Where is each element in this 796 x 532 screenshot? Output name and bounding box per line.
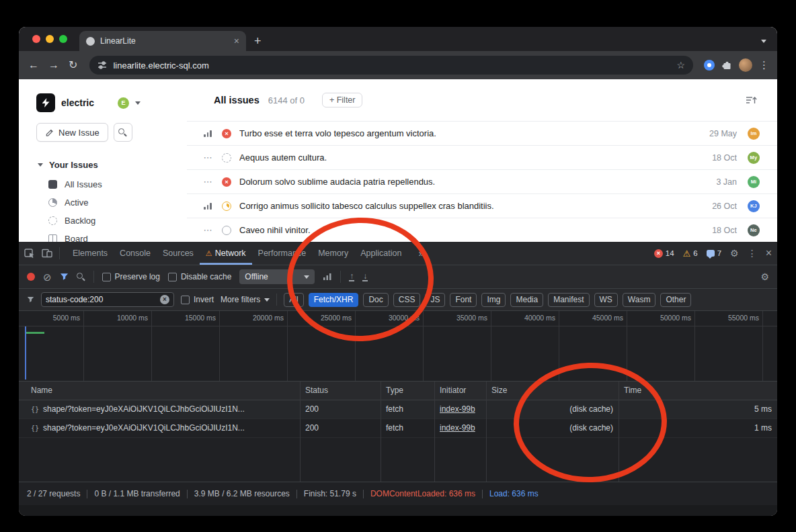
window-close-button[interactable] bbox=[32, 35, 40, 43]
assignee-avatar[interactable]: Mi bbox=[748, 176, 760, 188]
clear-filter-icon[interactable]: × bbox=[160, 295, 169, 304]
priority-icon[interactable]: ⋯ bbox=[202, 179, 214, 185]
network-request-row[interactable]: {}shape/?token=eyJ0eXAiOiJKV1QiLCJhbGciO… bbox=[19, 400, 777, 419]
network-overview-timeline[interactable]: 5000 ms10000 ms15000 ms20000 ms25000 ms3… bbox=[19, 311, 777, 382]
priority-icon[interactable]: ⋯ bbox=[202, 154, 214, 161]
window-minimize-button[interactable] bbox=[46, 35, 54, 43]
devtools-tab-elements[interactable]: Elements bbox=[67, 242, 114, 265]
initiator-link[interactable]: index-99b bbox=[440, 423, 475, 433]
more-filters-button[interactable]: More filters bbox=[221, 295, 270, 304]
extensions-puzzle-icon[interactable] bbox=[721, 60, 732, 71]
status-icon-in_progress[interactable] bbox=[222, 202, 231, 211]
sidebar-item-all-issues[interactable]: All Issues bbox=[36, 175, 180, 193]
new-issue-button[interactable]: New Issue bbox=[36, 123, 108, 142]
issue-row[interactable]: ⋯Caveo nihil vinitor.18 OctNe bbox=[187, 218, 777, 242]
issue-row[interactable]: ⋯Aequus autem cultura.18 OctMy bbox=[187, 145, 777, 169]
initiator-link[interactable]: index-99b bbox=[440, 404, 475, 414]
disable-cache-checkbox[interactable]: Disable cache bbox=[168, 272, 231, 281]
filter-pill-doc[interactable]: Doc bbox=[363, 293, 388, 307]
devtools-tab-performance[interactable]: Performance bbox=[252, 242, 313, 265]
filter-pill-ws[interactable]: WS bbox=[594, 293, 618, 307]
browser-tab-linearlite[interactable]: LinearLite × bbox=[79, 31, 246, 51]
column-header-initiator[interactable]: Initiator bbox=[434, 382, 486, 400]
issue-row[interactable]: Corrigo animus sollicito tabesco calculu… bbox=[187, 193, 777, 218]
assignee-avatar[interactable]: Im bbox=[748, 128, 760, 140]
devtools-tab-console[interactable]: Console bbox=[114, 242, 157, 265]
issue-search-button[interactable] bbox=[114, 123, 132, 142]
column-header-status[interactable]: Status bbox=[300, 382, 381, 400]
filter-pill-fetch-xhr[interactable]: Fetch/XHR bbox=[309, 293, 359, 307]
assignee-avatar[interactable]: KJ bbox=[748, 200, 760, 212]
search-network-icon[interactable] bbox=[77, 273, 85, 281]
status-icon-cancelled[interactable]: × bbox=[222, 129, 231, 138]
bookmark-star-icon[interactable]: ☆ bbox=[676, 60, 685, 71]
sidebar-item-active[interactable]: Active bbox=[36, 193, 180, 212]
network-request-row[interactable]: {}shape/?token=eyJ0eXAiOiJKV1QiLCJhbGciO… bbox=[19, 419, 777, 438]
network-conditions-icon[interactable] bbox=[323, 273, 332, 281]
filter-pill-font[interactable]: Font bbox=[450, 293, 477, 307]
column-header-time[interactable]: Time bbox=[619, 382, 777, 400]
back-button[interactable]: ← bbox=[27, 60, 40, 71]
inspect-element-icon[interactable] bbox=[24, 249, 35, 259]
column-header-size[interactable]: Size bbox=[486, 382, 619, 400]
devtools-tab-application[interactable]: Application bbox=[354, 242, 407, 265]
sidebar-item-board[interactable]: Board bbox=[36, 230, 180, 242]
priority-icon[interactable]: ⋯ bbox=[202, 227, 214, 234]
column-header-name[interactable]: Name bbox=[26, 382, 300, 400]
filter-pill-manifest[interactable]: Manifest bbox=[548, 293, 589, 307]
clear-network-log-icon[interactable]: ⊘ bbox=[43, 272, 52, 282]
devtools-tab-memory[interactable]: Memory bbox=[312, 242, 354, 265]
filter-pill-wasm[interactable]: Wasm bbox=[623, 293, 656, 307]
profile-avatar[interactable] bbox=[739, 58, 752, 72]
console-errors-badge[interactable]: ×14 bbox=[654, 249, 674, 258]
record-button[interactable] bbox=[27, 273, 35, 281]
sort-icon[interactable] bbox=[746, 96, 757, 105]
browser-menu-icon[interactable]: ⋮ bbox=[759, 59, 769, 71]
devtools-close-icon[interactable]: × bbox=[766, 248, 772, 259]
assignee-avatar[interactable]: My bbox=[748, 152, 760, 164]
address-bar[interactable]: linearlite.electric-sql.com ☆ bbox=[89, 56, 693, 75]
window-zoom-button[interactable] bbox=[59, 35, 67, 43]
filter-pill-img[interactable]: Img bbox=[481, 293, 506, 307]
forward-button[interactable]: → bbox=[47, 60, 61, 71]
filter-pill-css[interactable]: CSS bbox=[393, 293, 421, 307]
filter-pill-other[interactable]: Other bbox=[660, 293, 691, 307]
sidebar-item-backlog[interactable]: Backlog bbox=[36, 212, 180, 230]
console-warnings-badge[interactable]: ⚠6 bbox=[683, 249, 698, 258]
issue-row[interactable]: ×Turbo esse et terra volo tepesco argent… bbox=[187, 121, 777, 145]
import-har-icon[interactable]: ↑ bbox=[349, 273, 354, 281]
device-toolbar-icon[interactable] bbox=[42, 249, 52, 258]
devtools-tab-sources[interactable]: Sources bbox=[157, 242, 200, 265]
site-settings-icon[interactable] bbox=[97, 60, 107, 70]
status-icon-cancelled[interactable]: × bbox=[222, 177, 231, 187]
priority-icon[interactable] bbox=[202, 130, 214, 137]
sidebar-group-your-issues[interactable]: Your Issues bbox=[36, 158, 180, 171]
filter-input[interactable]: status-code:200 × bbox=[41, 292, 174, 307]
tab-search-button[interactable] bbox=[761, 31, 766, 51]
workspace-switcher[interactable]: electric E bbox=[36, 93, 180, 113]
issues-badge[interactable]: 7 bbox=[707, 249, 721, 257]
devtools-menu-icon[interactable]: ⋮ bbox=[748, 249, 757, 258]
preserve-log-checkbox[interactable]: Preserve log bbox=[102, 272, 160, 281]
devtools-settings-icon[interactable]: ⚙ bbox=[730, 249, 739, 258]
filter-funnel-icon[interactable] bbox=[60, 273, 69, 281]
more-panels-button[interactable]: » bbox=[414, 248, 428, 259]
network-settings-icon[interactable]: ⚙ bbox=[760, 272, 769, 281]
column-header-type[interactable]: Type bbox=[381, 382, 434, 400]
throttling-select[interactable]: Offline bbox=[239, 269, 315, 284]
invert-checkbox[interactable]: Invert bbox=[181, 295, 214, 304]
add-filter-button[interactable]: + Filter bbox=[322, 93, 363, 107]
extension-icon[interactable] bbox=[704, 60, 715, 71]
priority-icon[interactable] bbox=[202, 203, 214, 210]
status-icon-todo[interactable] bbox=[222, 226, 231, 235]
filter-pill-js[interactable]: JS bbox=[425, 293, 445, 307]
filter-pill-all[interactable]: All bbox=[284, 293, 303, 307]
assignee-avatar[interactable]: Ne bbox=[748, 224, 760, 236]
tab-close-icon[interactable]: × bbox=[234, 36, 239, 46]
filter-pill-media[interactable]: Media bbox=[510, 293, 543, 307]
refresh-button[interactable]: ↻ bbox=[67, 60, 79, 71]
status-icon-backlog[interactable] bbox=[222, 153, 231, 163]
export-har-icon[interactable]: ↓ bbox=[362, 273, 368, 281]
issue-row[interactable]: ⋯×Dolorum solvo sublime audacia patria r… bbox=[187, 169, 777, 193]
devtools-tab-network[interactable]: ⚠Network bbox=[200, 242, 252, 265]
